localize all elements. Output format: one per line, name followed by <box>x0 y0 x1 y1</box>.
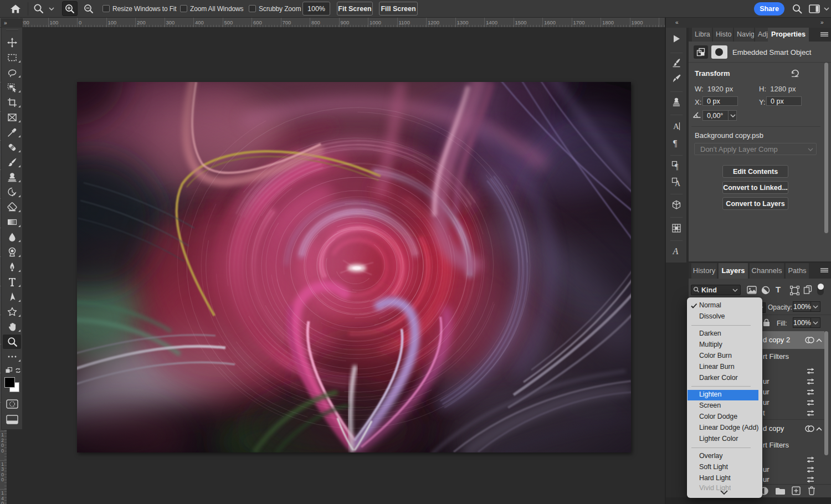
svg-text:¶: ¶ <box>673 138 678 148</box>
svg-text:A: A <box>673 122 679 131</box>
svg-text:¶: ¶ <box>675 163 679 171</box>
svg-text:A: A <box>675 179 681 187</box>
svg-text:A: A <box>673 246 679 256</box>
